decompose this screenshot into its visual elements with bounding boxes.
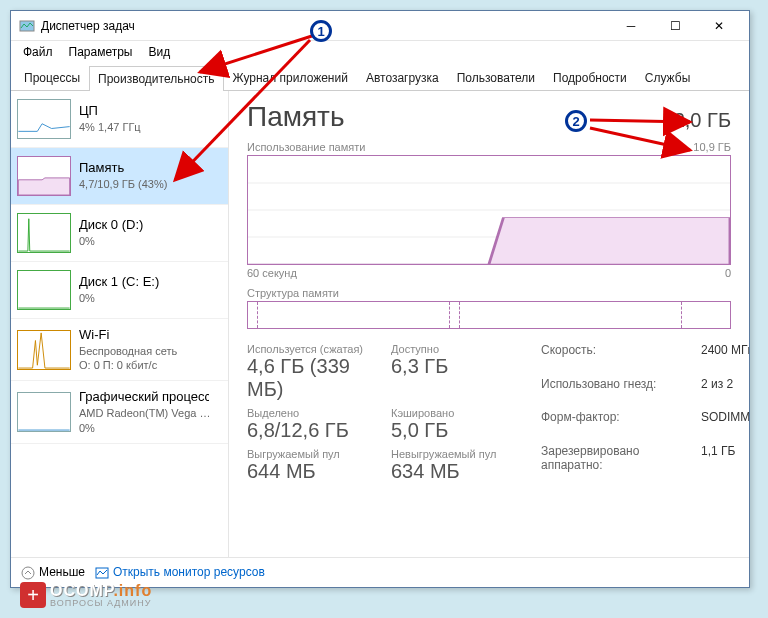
titlebar: Диспетчер задач ─ ☐ ✕ [11,11,749,41]
tab-startup[interactable]: Автозагрузка [357,65,448,90]
task-manager-window: Диспетчер задач ─ ☐ ✕ Файл Параметры Вид… [10,10,750,588]
svg-point-5 [22,567,34,579]
speed-label: Скорость: [541,343,701,373]
sidebar-item-gpu[interactable]: Графический процессорAMD Radeon(TM) Vega… [11,381,228,443]
minimize-button[interactable]: ─ [609,12,653,40]
watermark-plus-icon: + [20,582,46,608]
sidebar: ЦП4% 1,47 ГГц Память4,7/10,9 ГБ (43%) Ди… [11,91,229,557]
tab-users[interactable]: Пользователи [448,65,544,90]
disk0-sub: 0% [79,234,143,248]
open-resource-monitor-link[interactable]: Открыть монитор ресурсов [95,565,265,580]
hwres-value: 1,1 ГБ [701,444,749,488]
paged-value: 644 МБ [247,460,387,483]
tab-performance[interactable]: Производительность [89,66,223,91]
sidebar-item-disk0[interactable]: Диск 0 (D:)0% [11,205,228,262]
page-title: Память [247,101,345,133]
speed-value: 2400 МГц [701,343,749,373]
gpu-title: Графический процессор [79,389,209,406]
sidebar-item-cpu[interactable]: ЦП4% 1,47 ГГц [11,91,228,148]
gpu-thumb-icon [17,392,71,432]
resmon-icon [95,566,109,580]
disk1-title: Диск 1 (C: E:) [79,274,159,291]
chevron-up-icon [21,566,35,580]
cpu-sub: 4% 1,47 ГГц [79,120,141,134]
wifi-sub1: Беспроводная сеть [79,344,177,358]
tab-services[interactable]: Службы [636,65,699,90]
slots-label: Использовано гнезд: [541,377,701,407]
graph-usage-max: 10,9 ГБ [693,141,731,153]
sidebar-item-wifi[interactable]: Wi-FiБеспроводная сетьО: 0 П: 0 кбит/с [11,319,228,381]
slots-value: 2 из 2 [701,377,749,407]
cached-value: 5,0 ГБ [391,419,531,442]
disk0-title: Диск 0 (D:) [79,217,143,234]
memory-thumb-icon [17,156,71,196]
menu-options[interactable]: Параметры [63,43,139,61]
graph-usage-label: Использование памяти [247,141,365,153]
committed-label: Выделено [247,407,387,419]
cached-label: Кэшировано [391,407,531,419]
memory-usage-graph [247,155,731,265]
disk0-thumb-icon [17,213,71,253]
annotation-callout-1: 1 [310,20,332,42]
cpu-title: ЦП [79,103,141,120]
hwres-label: Зарезервировано аппаратно: [541,444,701,488]
memory-total: 12,0 ГБ [663,109,731,132]
fewer-details-toggle[interactable]: Меньше [21,565,85,580]
disk1-sub: 0% [79,291,159,305]
wifi-thumb-icon [17,330,71,370]
memory-sub: 4,7/10,9 ГБ (43%) [79,177,167,191]
in-use-value: 4,6 ГБ (339 МБ) [247,355,387,401]
form-label: Форм-фактор: [541,410,701,440]
gpu-sub1: AMD Radeon(TM) Vega … [79,406,210,420]
memory-composition-bar [247,301,731,329]
avail-label: Доступно [391,343,531,355]
axis-right: 0 [725,267,731,279]
tab-details[interactable]: Подробности [544,65,636,90]
cpu-thumb-icon [17,99,71,139]
menu-file[interactable]: Файл [17,43,59,61]
wifi-sub2: О: 0 П: 0 кбит/с [79,358,177,372]
paged-label: Выгружаемый пул [247,448,387,460]
main-panel: Память 12,0 ГБ Использование памяти 10,9… [229,91,749,557]
struct-label: Структура памяти [247,287,731,299]
close-button[interactable]: ✕ [697,12,741,40]
watermark: + OCOMP.info ВОПРОСЫ АДМИНУ [20,582,152,608]
menubar: Файл Параметры Вид [11,41,749,63]
wifi-title: Wi-Fi [79,327,177,344]
app-icon [19,18,35,34]
axis-left: 60 секунд [247,267,297,279]
nonpaged-value: 634 МБ [391,460,531,483]
sidebar-item-disk1[interactable]: Диск 1 (C: E:)0% [11,262,228,319]
tab-processes[interactable]: Процессы [15,65,89,90]
sidebar-item-memory[interactable]: Память4,7/10,9 ГБ (43%) [11,148,228,205]
tab-app-history[interactable]: Журнал приложений [224,65,357,90]
annotation-callout-2: 2 [565,110,587,132]
memory-title: Память [79,160,167,177]
gpu-sub2: 0% [79,421,210,435]
form-value: SODIMM [701,410,749,440]
stats: Используется (сжатая)4,6 ГБ (339 МБ) Дос… [247,343,731,487]
tabbar: Процессы Производительность Журнал прило… [11,63,749,91]
committed-value: 6,8/12,6 ГБ [247,419,387,442]
menu-view[interactable]: Вид [142,43,176,61]
maximize-button[interactable]: ☐ [653,12,697,40]
disk1-thumb-icon [17,270,71,310]
nonpaged-label: Невыгружаемый пул [391,448,531,460]
in-use-label: Используется (сжатая) [247,343,387,355]
avail-value: 6,3 ГБ [391,355,531,378]
content: ЦП4% 1,47 ГГц Память4,7/10,9 ГБ (43%) Ди… [11,91,749,557]
